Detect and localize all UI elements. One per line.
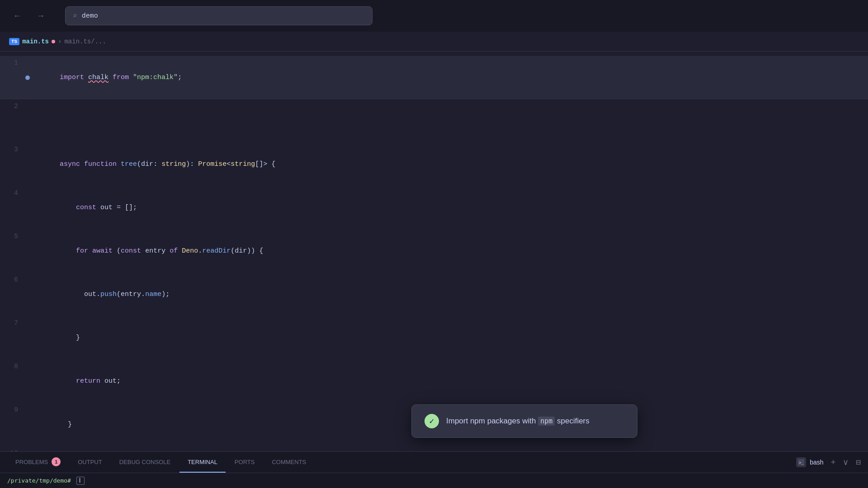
tab-problems-label: PROBLEMS xyxy=(15,459,48,465)
bash-icon: >_ xyxy=(796,457,806,467)
code-line-4[interactable]: 4 const out = []; xyxy=(0,186,868,230)
modified-indicator xyxy=(52,40,55,43)
tab-terminal[interactable]: TERMINAL xyxy=(179,452,226,473)
code-container: 1 import chalk from "npm:chalk"; 2 3 asy… xyxy=(0,56,868,451)
search-icon: ⌕ xyxy=(73,11,77,20)
code-line-6[interactable]: 6 out.push(entry.name); xyxy=(0,273,868,316)
tab-ports-label: PORTS xyxy=(235,459,255,465)
status-bar: /private/tmp/demo# ▌ xyxy=(0,473,868,488)
ts-badge: TS xyxy=(9,38,19,45)
code-line-3[interactable]: 3 async function tree(dir: string): Prom… xyxy=(0,143,868,186)
notification-check-icon: ✓ xyxy=(425,414,439,428)
line-number-4: 4 xyxy=(0,186,27,201)
split-terminal-button[interactable]: ∨ xyxy=(843,457,849,467)
line-content-7: } xyxy=(27,316,861,360)
code-line-7[interactable]: 7 } xyxy=(0,316,868,360)
forward-button[interactable]: → xyxy=(33,8,49,24)
code-line-8[interactable]: 8 return out; xyxy=(0,360,868,403)
bash-indicator: >_ bash xyxy=(796,457,823,467)
svg-text:>_: >_ xyxy=(799,460,804,465)
code-line-1[interactable]: 1 import chalk from "npm:chalk"; xyxy=(0,56,868,99)
bash-label: bash xyxy=(810,459,823,466)
line-content-2 xyxy=(27,99,861,143)
breadcrumb: TS main.ts › main.ts/... xyxy=(0,32,868,52)
line-content-8: return out; xyxy=(27,360,861,403)
problems-badge: 1 xyxy=(52,457,61,466)
notification-popup: ✓ Import npm packages with npm specifier… xyxy=(411,404,637,438)
line-number-6: 6 xyxy=(0,273,27,287)
back-icon: ← xyxy=(13,11,21,21)
panel-right-actions: >_ bash + ∨ ⊟ xyxy=(796,457,861,467)
line-number-5: 5 xyxy=(0,230,27,244)
tab-output[interactable]: OUTPUT xyxy=(70,452,110,473)
line-content-4: const out = []; xyxy=(27,186,861,230)
line-number-2: 2 xyxy=(0,99,27,114)
split-view-icon[interactable]: ⊟ xyxy=(856,457,861,467)
code-line-10[interactable]: 10 xyxy=(0,446,868,451)
tab-debug-console[interactable]: DEBUG CONSOLE xyxy=(111,452,179,473)
line-number-3: 3 xyxy=(0,143,27,157)
back-button[interactable]: ← xyxy=(9,8,25,24)
line-content-5: for await (const entry of Deno.readDir(d… xyxy=(27,230,861,273)
breadcrumb-separator: › xyxy=(58,38,61,45)
bottom-panel: PROBLEMS 1 OUTPUT DEBUG CONSOLE TERMINAL… xyxy=(0,451,868,473)
tab-problems[interactable]: PROBLEMS 1 xyxy=(7,452,69,473)
editor-area[interactable]: 1 import chalk from "npm:chalk"; 2 3 asy… xyxy=(0,52,868,451)
breadcrumb-filename[interactable]: main.ts xyxy=(22,38,49,45)
add-terminal-button[interactable]: + xyxy=(831,458,836,467)
search-text: demo xyxy=(82,12,98,20)
tab-debug-console-label: DEBUG CONSOLE xyxy=(119,459,170,465)
line-indicator xyxy=(25,75,30,80)
code-line-2[interactable]: 2 xyxy=(0,99,868,143)
notification-message: Import npm packages with npm specifiers xyxy=(446,417,590,426)
search-bar[interactable]: ⌕ demo xyxy=(65,6,373,25)
line-content-1: import chalk from "npm:chalk"; xyxy=(27,56,861,99)
breadcrumb-path: main.ts/... xyxy=(64,38,106,45)
top-bar: ← → ⌕ demo xyxy=(0,0,868,32)
terminal-cursor-icon: ▌ xyxy=(76,477,85,485)
line-content-6: out.push(entry.name); xyxy=(27,273,861,316)
terminal-path: /private/tmp/demo# xyxy=(7,477,71,484)
line-number-10: 10 xyxy=(0,446,27,451)
tab-terminal-label: TERMINAL xyxy=(188,459,217,465)
tab-comments[interactable]: COMMENTS xyxy=(264,452,314,473)
line-number-1: 1 xyxy=(0,56,27,70)
panel-tabs: PROBLEMS 1 OUTPUT DEBUG CONSOLE TERMINAL… xyxy=(0,452,868,473)
line-number-7: 7 xyxy=(0,316,27,331)
code-line-5[interactable]: 5 for await (const entry of Deno.readDir… xyxy=(0,230,868,273)
line-content-3: async function tree(dir: string): Promis… xyxy=(27,143,861,186)
tab-ports[interactable]: PORTS xyxy=(226,452,263,473)
forward-icon: → xyxy=(37,11,45,21)
tab-comments-label: COMMENTS xyxy=(272,459,306,465)
line-number-8: 8 xyxy=(0,360,27,374)
line-number-9: 9 xyxy=(0,403,27,418)
tab-output-label: OUTPUT xyxy=(78,459,102,465)
